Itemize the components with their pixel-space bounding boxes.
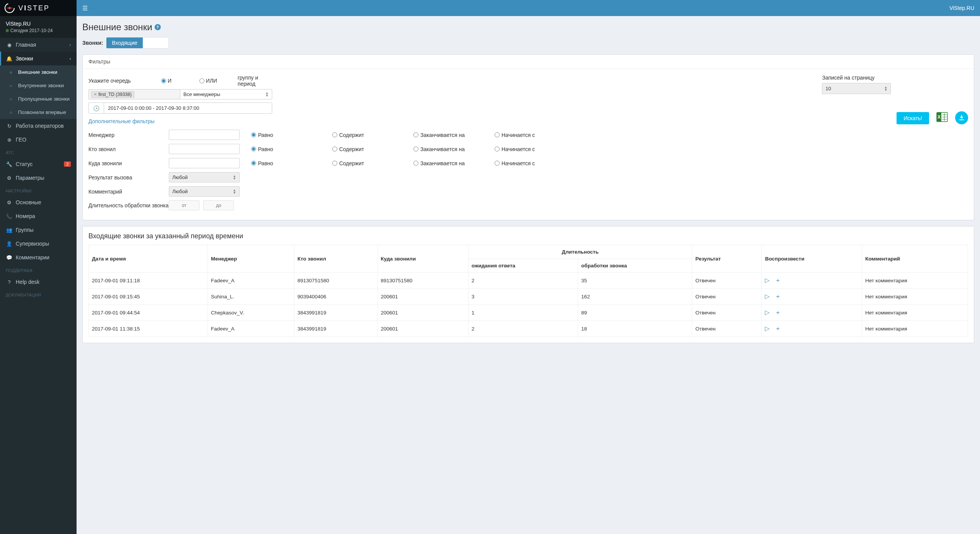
user-panel: ViStep.RU Сегодня 2017-10-24 <box>0 16 77 38</box>
group-period-label: группу и период <box>238 75 272 87</box>
sidebar-item-comments[interactable]: 💬Комментарии <box>0 251 77 264</box>
radio-starts-manager[interactable]: Начинается с <box>495 132 576 138</box>
cell-handle: 89 <box>578 305 692 321</box>
globe-icon: ⊕ <box>6 137 13 143</box>
radio-eq-caller[interactable]: Равно <box>251 146 332 152</box>
radio-contains-manager[interactable]: Содержит <box>332 132 413 138</box>
users-icon: 👥 <box>6 227 13 233</box>
records-select[interactable]: 10 ▲▼ <box>822 83 891 94</box>
plus-icon[interactable]: ＋ <box>775 293 781 300</box>
queue-select[interactable]: ✕first_TD (39338) <box>88 89 180 99</box>
radio-ends-manager[interactable]: Заканчивается на <box>413 132 495 138</box>
cell-manager: Chepkasov_V. <box>207 305 294 321</box>
topbar-brand[interactable]: ViStep.RU <box>949 5 974 11</box>
cell-comment: Нет комментария <box>862 305 968 321</box>
tab-outgoing[interactable] <box>143 37 168 48</box>
callee-label: Куда звонили <box>88 160 169 166</box>
cell-handle: 18 <box>578 321 692 337</box>
duration-to-input[interactable] <box>203 200 234 210</box>
download-icon[interactable] <box>955 111 968 124</box>
radio-and[interactable]: И <box>161 75 199 87</box>
play-icon[interactable]: ▷ <box>765 277 769 283</box>
sidebar-item-params[interactable]: ⚙Параметры <box>0 171 77 185</box>
caller-input[interactable] <box>169 144 240 154</box>
help-icon[interactable]: ? <box>155 24 161 30</box>
duration-label: Длительность обработки звонка <box>88 202 169 208</box>
radio-eq-callee[interactable]: Равно <box>251 160 332 166</box>
th-datetime[interactable]: Дата и время <box>89 245 208 273</box>
sidebar-item-numbers[interactable]: 📞Номера <box>0 209 77 223</box>
cell-comment: Нет комментария <box>862 273 968 289</box>
sidebar-header-atc: АТС <box>0 147 77 157</box>
remove-tag-icon[interactable]: ✕ <box>94 92 97 96</box>
extra-filters-link[interactable]: Дополнительные фильтры <box>88 118 155 124</box>
logo-icon <box>4 2 15 14</box>
th-wait[interactable]: ожидания ответа <box>468 259 578 273</box>
menu-toggle-icon[interactable]: ☰ <box>82 5 88 12</box>
play-icon[interactable]: ▷ <box>765 309 769 316</box>
sidebar-item-geo[interactable]: ⊕ГЕО <box>0 133 77 147</box>
duration-from-input[interactable] <box>169 200 199 210</box>
plus-icon[interactable]: ＋ <box>775 325 781 332</box>
th-caller[interactable]: Кто звонил <box>294 245 377 273</box>
callee-input[interactable] <box>169 158 240 168</box>
radio-starts-caller[interactable]: Начинается с <box>495 146 576 152</box>
export-excel-icon[interactable]: X <box>935 110 949 124</box>
sidebar-item-main[interactable]: ◉ Главная ‹ <box>0 38 77 52</box>
cell-datetime: 2017-09-01 09:15:45 <box>89 289 208 305</box>
th-callee[interactable]: Куда звонили <box>377 245 468 273</box>
result-select[interactable]: Любой▲▼ <box>169 172 240 182</box>
sidebar-item-groups[interactable]: 👥Группы <box>0 223 77 237</box>
radio-starts-callee[interactable]: Начинается с <box>495 160 576 166</box>
topbar: ☰ ViStep.RU <box>77 0 980 16</box>
cell-play: ▷＋ <box>762 305 862 321</box>
comment-select[interactable]: Любой▲▼ <box>169 186 240 197</box>
radio-contains-caller[interactable]: Содержит <box>332 146 413 152</box>
sidebar-item-general[interactable]: ⚙Основные <box>0 195 77 209</box>
cell-datetime: 2017-09-01 09:11:18 <box>89 273 208 289</box>
sidebar-item-internal-calls[interactable]: ○Внутренние звонки <box>0 79 77 92</box>
badge-count: 2 <box>64 161 71 167</box>
radio-ends-callee[interactable]: Заканчивается на <box>413 160 495 166</box>
cell-callee: 89130751580 <box>377 273 468 289</box>
circle-icon: ○ <box>10 83 15 88</box>
sidebar-item-status[interactable]: 🔧Статус2 <box>0 157 77 171</box>
sidebar-item-supervisors[interactable]: 👤Супервизоры <box>0 237 77 251</box>
sidebar-item-calls[interactable]: 🔔 Звонки ‹ <box>0 52 77 65</box>
manager-label: Менеджер <box>88 132 169 138</box>
radio-or[interactable]: ИЛИ <box>199 75 238 87</box>
th-handle[interactable]: обработки звонка <box>578 259 692 273</box>
plus-icon[interactable]: ＋ <box>775 309 781 316</box>
table-title: Входящие звонки за указанный период врем… <box>88 232 968 240</box>
phone-icon: 📞 <box>6 213 13 219</box>
radio-ends-caller[interactable]: Заканчивается на <box>413 146 495 152</box>
sidebar-item-external-calls[interactable]: ○Внешние звонки <box>0 65 77 79</box>
person-icon: 👤 <box>6 241 13 247</box>
date-range-input[interactable]: 🕓 2017-09-01 0:00:00 - 2017-09-30 8:37:0… <box>88 103 272 114</box>
filters-header: Фильтры <box>83 55 974 69</box>
manager-input[interactable] <box>169 130 240 140</box>
sidebar-item-operators[interactable]: ↻Работа операторов <box>0 119 77 133</box>
th-comment: Комментарий <box>862 245 968 273</box>
user-name: ViStep.RU <box>6 21 71 27</box>
cell-callee: 200601 <box>377 305 468 321</box>
comment-icon: 💬 <box>6 255 13 260</box>
radio-contains-callee[interactable]: Содержит <box>332 160 413 166</box>
play-icon[interactable]: ▷ <box>765 325 769 332</box>
radio-eq-manager[interactable]: Равно <box>251 132 332 138</box>
th-result[interactable]: Результат <box>692 245 762 273</box>
managers-select[interactable]: Все менеджеры ▲▼ <box>180 89 272 99</box>
search-button[interactable]: Искать! <box>897 112 929 124</box>
th-manager[interactable]: Менеджер <box>207 245 294 273</box>
play-icon[interactable]: ▷ <box>765 293 769 300</box>
cell-wait: 2 <box>468 321 578 337</box>
bell-icon: 🔔 <box>6 56 13 62</box>
tab-incoming[interactable]: Входящие <box>106 37 142 48</box>
cell-datetime: 2017-09-01 09:44:54 <box>89 305 208 321</box>
sidebar-item-first-time-calls[interactable]: ○Позвонили впервые <box>0 106 77 119</box>
plus-icon[interactable]: ＋ <box>775 277 781 283</box>
sidebar-item-missed-calls[interactable]: ○Пропущенные звонки <box>0 92 77 106</box>
sidebar-item-helpdesk[interactable]: ?Help desk <box>0 275 77 289</box>
cell-manager: Fadeev_A <box>207 321 294 337</box>
table-row: 2017-09-01 09:44:54Chepkasov_V.384399181… <box>89 305 968 321</box>
